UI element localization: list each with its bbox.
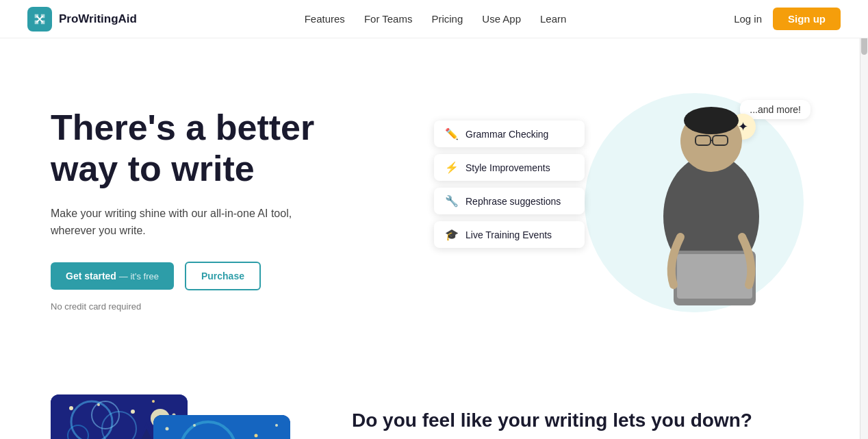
feature-card-rephrase: 🔧 Rephrase suggestions <box>434 188 585 214</box>
overlay-image <box>153 415 290 439</box>
svg-point-28 <box>193 424 196 427</box>
logo-text: ProWritingAid <box>59 12 137 26</box>
nav-features[interactable]: Features <box>305 13 345 25</box>
logo-svg <box>32 12 47 27</box>
hero-title: There's a better way to write <box>51 108 407 190</box>
hero-illustration: ...and more! ✦ ✏️ Grammar Checking ⚡ Sty… <box>434 79 817 340</box>
image-stack: My idea in my head <box>51 394 297 439</box>
feature-card-training: 🎓 Live Training Events <box>434 221 585 248</box>
cta-free: — it's free <box>119 271 159 281</box>
overlay-svg <box>153 415 290 439</box>
feature-cards: ✏️ Grammar Checking ⚡ Style Improvements… <box>434 121 585 248</box>
purchase-button[interactable]: Purchase <box>185 262 261 290</box>
logo-link[interactable]: ProWritingAid <box>27 7 137 32</box>
no-cc-text: No credit card required <box>51 301 407 312</box>
navbar: ProWritingAid Features For Teams Pricing… <box>0 0 868 38</box>
svg-point-16 <box>152 400 155 403</box>
section2-images: My idea in my head <box>51 394 311 439</box>
svg-point-5 <box>684 107 739 134</box>
nav-use-app[interactable]: Use App <box>482 13 521 25</box>
svg-point-13 <box>69 406 73 410</box>
get-started-button[interactable]: Get started — it's free <box>51 262 174 290</box>
feature-card-style-label: Style Improvements <box>465 162 550 173</box>
hero-buttons: Get started — it's free Purchase <box>51 262 407 290</box>
feature-card-training-label: Live Training Events <box>465 229 552 240</box>
style-icon: ⚡ <box>445 161 459 174</box>
section2: My idea in my head Do you feel like your… <box>23 367 845 439</box>
nav-links: Features For Teams Pricing Use App Learn <box>305 13 567 25</box>
svg-point-15 <box>131 410 135 414</box>
section2-title: Do you feel like your writing lets you d… <box>352 408 817 433</box>
login-button[interactable]: Log in <box>734 13 762 25</box>
hero-title-line1: There's a better <box>51 108 314 147</box>
feature-card-grammar-label: Grammar Checking <box>465 129 548 140</box>
nav-pricing[interactable]: Pricing <box>431 13 463 25</box>
hero-person-area <box>639 79 783 333</box>
svg-point-14 <box>97 403 100 406</box>
grammar-icon: ✏️ <box>445 127 459 140</box>
rephrase-icon: 🔧 <box>445 195 459 208</box>
svg-rect-7 <box>677 254 752 299</box>
scrollbar-track[interactable] <box>860 0 868 439</box>
nav-for-teams[interactable]: For Teams <box>364 13 413 25</box>
cta-label: Get started <box>66 271 116 281</box>
nav-learn[interactable]: Learn <box>540 13 566 25</box>
hero-right: ...and more! ✦ ✏️ Grammar Checking ⚡ Sty… <box>434 79 817 340</box>
hero-section: There's a better way to write Make your … <box>23 38 845 367</box>
hero-left: There's a better way to write Make your … <box>51 108 407 312</box>
hero-subtitle: Make your writing shine with our all-in-… <box>51 205 324 240</box>
feature-card-style: ⚡ Style Improvements <box>434 154 585 181</box>
svg-point-30 <box>275 424 278 427</box>
feature-card-rephrase-label: Rephrase suggestions <box>465 196 561 207</box>
svg-point-29 <box>255 434 258 438</box>
logo-icon <box>27 7 52 32</box>
signup-button[interactable]: Sign up <box>773 8 841 30</box>
feature-card-grammar: ✏️ Grammar Checking <box>434 121 585 147</box>
training-icon: 🎓 <box>445 228 459 241</box>
hero-person-svg <box>639 79 783 333</box>
svg-point-27 <box>166 427 169 431</box>
nav-actions: Log in Sign up <box>734 8 841 30</box>
hero-title-line2: way to write <box>51 149 255 188</box>
section2-right: Do you feel like your writing lets you d… <box>352 394 817 439</box>
